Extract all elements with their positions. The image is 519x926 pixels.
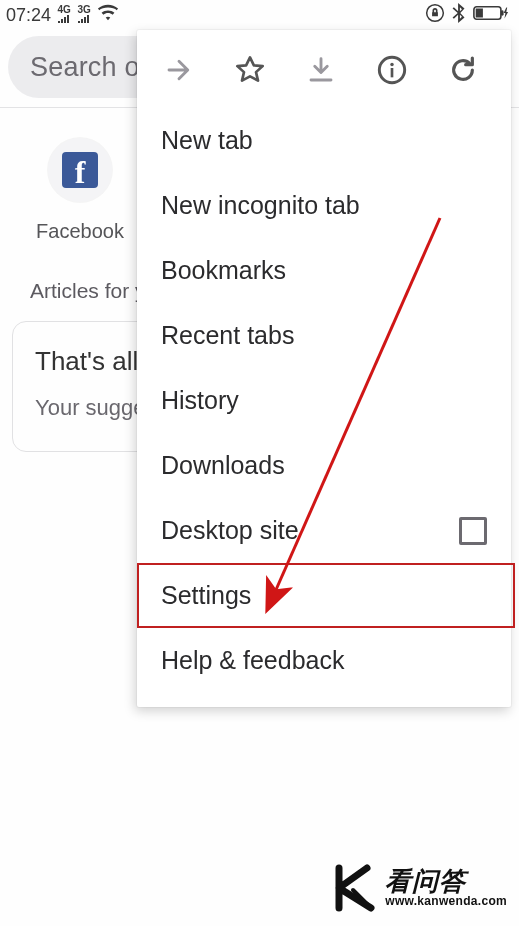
status-bar: 07:24 4G 3G: [0, 0, 519, 28]
watermark-text: 看问答: [385, 868, 507, 895]
watermark-logo-icon: [333, 864, 377, 912]
svg-point-5: [390, 63, 393, 66]
network-indicator-1: 4G: [57, 6, 71, 24]
menu-history[interactable]: History: [137, 368, 511, 433]
status-time: 07:24: [6, 5, 51, 26]
menu-recent-tabs[interactable]: Recent tabs: [137, 303, 511, 368]
svg-rect-3: [476, 8, 483, 17]
download-icon[interactable]: [301, 50, 341, 90]
watermark: 看问答 www.kanwenda.com: [333, 864, 507, 912]
shortcut-facebook[interactable]: f Facebook: [32, 138, 128, 243]
wifi-icon: [97, 4, 119, 27]
menu-downloads[interactable]: Downloads: [137, 433, 511, 498]
bluetooth-icon: [451, 2, 467, 29]
lock-circle-icon: [425, 3, 445, 28]
overflow-menu: New tab New incognito tab Bookmarks Rece…: [137, 30, 511, 707]
svg-rect-6: [391, 68, 394, 77]
battery-icon: [473, 4, 509, 27]
svg-rect-2: [501, 10, 504, 15]
watermark-url: www.kanwenda.com: [385, 895, 507, 908]
menu-new-tab[interactable]: New tab: [137, 108, 511, 173]
forward-icon[interactable]: [159, 50, 199, 90]
desktop-site-checkbox[interactable]: [459, 517, 487, 545]
star-icon[interactable]: [230, 50, 270, 90]
facebook-icon: f: [48, 138, 112, 202]
menu-settings[interactable]: Settings: [137, 563, 515, 628]
menu-new-incognito-tab[interactable]: New incognito tab: [137, 173, 511, 238]
network-indicator-2: 3G: [77, 6, 91, 24]
refresh-icon[interactable]: [443, 50, 483, 90]
menu-bookmarks[interactable]: Bookmarks: [137, 238, 511, 303]
menu-desktop-site[interactable]: Desktop site: [137, 498, 511, 563]
info-icon[interactable]: [372, 50, 412, 90]
menu-help-feedback[interactable]: Help & feedback: [137, 628, 511, 693]
